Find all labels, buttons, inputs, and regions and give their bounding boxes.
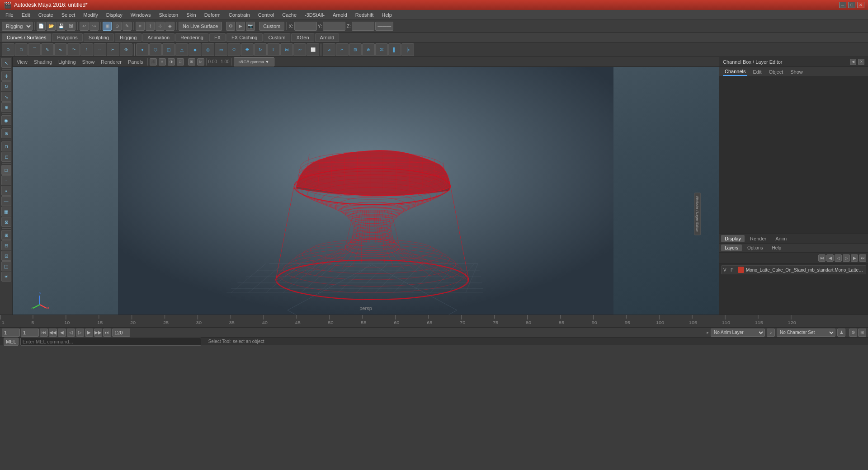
pb-go-start-btn[interactable]: ⏮ xyxy=(40,329,48,337)
pb-next-key-btn[interactable]: ▶▶ xyxy=(94,329,102,337)
shelf-icon-arc[interactable]: ⌒ xyxy=(28,43,41,56)
menu-windows[interactable]: Windows xyxy=(127,11,155,19)
shelf-icon-cylinder[interactable]: ◫ xyxy=(162,43,175,56)
shelf-icon-pencil[interactable]: ✎ xyxy=(41,43,54,56)
menu-file[interactable]: File xyxy=(2,11,17,19)
shelf-icon-birail[interactable]: ⚯ xyxy=(293,43,306,56)
vp-grid-btn[interactable]: ⌗ xyxy=(159,58,166,66)
menu-skin[interactable]: Skin xyxy=(183,11,199,19)
pb-extra-btn1[interactable]: ⚙ xyxy=(849,329,857,337)
vp-shade-btn[interactable]: ◑ xyxy=(168,58,175,66)
menu-select[interactable]: Select xyxy=(58,11,79,19)
vp-cam-btn[interactable]: 🎥 xyxy=(150,58,157,66)
lasso-btn[interactable]: ⊙ xyxy=(113,22,122,31)
open-scene-btn[interactable]: 📂 xyxy=(47,22,56,31)
shelf-icon-intersect[interactable]: ⊗ xyxy=(362,43,375,56)
paint-btn[interactable]: ✎ xyxy=(123,22,132,31)
pb-prev-key-btn[interactable]: ◀◀ xyxy=(49,329,57,337)
rp-tab-object[interactable]: Object xyxy=(767,68,785,75)
uvset-mode-btn[interactable]: ⊠ xyxy=(1,217,11,227)
snap-grid-btn[interactable]: ⌗ xyxy=(136,22,145,31)
shelf-tab-xgen[interactable]: XGen xyxy=(291,33,314,42)
rp-pb-last-btn[interactable]: ⏭ xyxy=(859,254,866,262)
z-coord-input[interactable] xyxy=(352,22,374,31)
shelf-icon-curve1[interactable]: ∿ xyxy=(54,43,67,56)
scale-tool-btn[interactable]: ⤡ xyxy=(1,92,11,102)
shelf-icon-revolve[interactable]: ↻ xyxy=(254,43,267,56)
select-tool-btn[interactable]: ↖ xyxy=(1,58,11,68)
menu-modify[interactable]: Modify xyxy=(80,11,101,19)
menu-arnold[interactable]: Arnold xyxy=(329,11,351,19)
pb-play-fwd-btn[interactable]: ▷ xyxy=(76,329,84,337)
shelf-tab-animation[interactable]: Animation xyxy=(142,33,175,42)
ipr-btn[interactable]: 📷 xyxy=(246,22,255,31)
toggle-smooth-btn[interactable]: ◫ xyxy=(1,261,11,271)
menu-help[interactable]: Help xyxy=(378,11,396,19)
anim-layer-icon-btn[interactable]: ♪ xyxy=(767,329,775,337)
render-btn[interactable]: ▶ xyxy=(236,22,245,31)
rp-sub-tab-help[interactable]: Help xyxy=(768,244,785,251)
no-live-surface-label[interactable]: No Live Surface xyxy=(179,22,222,31)
shelf-icon-box[interactable]: ⬡ xyxy=(149,43,162,56)
shelf-tab-fx-caching[interactable]: FX Caching xyxy=(226,33,262,42)
component-mode-btn[interactable]: · xyxy=(1,175,11,185)
rp-btm-tab-anim[interactable]: Anim xyxy=(772,235,790,242)
menu-skeleton[interactable]: Skeleton xyxy=(155,11,182,19)
rotate-tool-btn[interactable]: ↻ xyxy=(1,81,11,91)
menu-create[interactable]: Create xyxy=(35,11,57,19)
shelf-icon-project[interactable]: ⊞ xyxy=(349,43,362,56)
shelf-tab-fx[interactable]: FX xyxy=(209,33,226,42)
save-scene-btn[interactable]: 💾 xyxy=(57,22,66,31)
rp-pb-first-btn[interactable]: ⏮ xyxy=(818,254,826,262)
mel-command-input[interactable] xyxy=(20,338,201,346)
pb-next-frame-btn[interactable]: ▶ xyxy=(85,329,93,337)
rp-tab-edit[interactable]: Edit xyxy=(751,68,763,75)
attr-layer-editor-tab[interactable]: Attribute / Layer Editor xyxy=(694,193,701,235)
lasso-select-btn[interactable]: ⊓ xyxy=(1,141,11,151)
shelf-tab-custom[interactable]: Custom xyxy=(264,33,291,42)
vp-menu-view[interactable]: View xyxy=(14,59,30,65)
edge-mode-btn[interactable]: — xyxy=(1,196,11,206)
shelf-icon-diamond[interactable]: ◆ xyxy=(189,43,201,56)
save-as-btn[interactable]: 🖫 xyxy=(66,22,75,31)
rp-pb-prev-btn[interactable]: ◀ xyxy=(826,254,834,262)
shelf-icon-sphere[interactable]: ● xyxy=(136,43,149,56)
close-button[interactable]: ✕ xyxy=(857,2,864,8)
start-frame-input[interactable] xyxy=(21,329,39,337)
mode-select[interactable]: Rigging xyxy=(2,22,33,31)
vp-wire-btn[interactable]: □ xyxy=(177,58,184,66)
pb-go-end-btn[interactable]: ⏭ xyxy=(103,329,111,337)
rp-pb-play-back-btn[interactable]: ◁ xyxy=(835,254,842,262)
show-manip-btn[interactable]: ⊛ xyxy=(1,128,11,138)
rp-close-btn[interactable]: ✕ xyxy=(858,59,864,65)
shelf-icon-circle[interactable]: ⊙ xyxy=(2,43,14,56)
menu-redshift[interactable]: Redshift xyxy=(352,11,377,19)
menu-edit[interactable]: Edit xyxy=(18,11,34,19)
rp-sub-tab-layers[interactable]: Layers xyxy=(721,244,742,251)
shelf-icon-curve2[interactable]: 〜 xyxy=(67,43,80,56)
coord-apply-btn[interactable]: ——— xyxy=(375,22,393,31)
shelf-icon-trim2[interactable]: ✂ xyxy=(336,43,349,56)
universal-tool-btn[interactable]: ⊕ xyxy=(1,102,11,112)
layer-row[interactable]: V P Mono_Latte_Cake_On_Stand_mb_standart… xyxy=(721,265,866,274)
shelf-tab-rendering[interactable]: Rendering xyxy=(175,33,208,42)
shelf-icon-fillet[interactable]: ⌘ xyxy=(375,43,388,56)
paint-select-btn[interactable]: ⊑ xyxy=(1,152,11,162)
toggle-light-btn[interactable]: ☀ xyxy=(1,272,11,282)
display-settings-btn[interactable]: ⊞ xyxy=(1,230,11,240)
face-mode-btn[interactable]: ▦ xyxy=(1,207,11,216)
pb-extra-btn2[interactable]: ⊞ xyxy=(858,329,866,337)
shelf-icon-square2[interactable]: ⬜ xyxy=(307,43,319,56)
undo-btn[interactable]: ↩ xyxy=(80,22,89,31)
menu-3dstall[interactable]: -3DStAll- xyxy=(301,11,328,19)
menu-constrain[interactable]: Constrain xyxy=(225,11,254,19)
shelf-tab-curves-surfaces[interactable]: Curves / Surfaces xyxy=(2,33,51,42)
minimize-button[interactable]: ─ xyxy=(839,2,846,8)
title-bar-controls[interactable]: ─ □ ✕ xyxy=(839,2,864,8)
toggle-wireframe-btn[interactable]: ⊡ xyxy=(1,251,11,261)
shelf-icon-square[interactable]: □ xyxy=(15,43,28,56)
snap-point-btn[interactable]: ⊹ xyxy=(156,22,165,31)
vp-gamma-btn[interactable]: sRGB gamma ▼ xyxy=(234,57,274,66)
shelf-icon-nurbs2[interactable]: ⬬ xyxy=(241,43,254,56)
timeline-ruler[interactable]: 1 5 10 15 20 25 30 xyxy=(0,315,868,328)
